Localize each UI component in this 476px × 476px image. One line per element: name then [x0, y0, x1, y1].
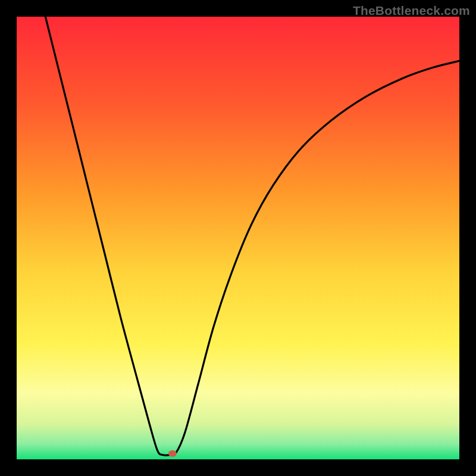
optimal-marker: [168, 450, 177, 457]
chart-frame: TheBottleneck.com: [0, 0, 476, 476]
plot-area: [17, 17, 459, 459]
watermark-text: TheBottleneck.com: [353, 4, 470, 18]
bottleneck-chart: [17, 17, 459, 459]
